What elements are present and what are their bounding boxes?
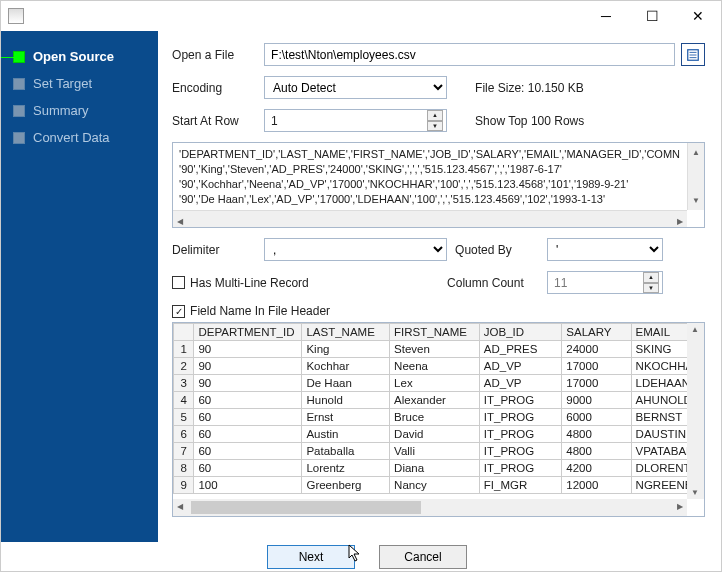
table-cell: 4200	[562, 460, 631, 477]
encoding-label: Encoding	[172, 81, 264, 95]
table-cell: 60	[194, 443, 302, 460]
table-cell: IT_PROG	[479, 460, 562, 477]
table-row[interactable]: 390De HaanLexAD_VP17000LDEHAAN	[174, 375, 704, 392]
column-header[interactable]: DEPARTMENT_ID	[194, 324, 302, 341]
spinner-down-icon[interactable]: ▼	[427, 121, 443, 132]
multiline-label: Has Multi-Line Record	[190, 276, 309, 290]
title-bar: ─ ☐ ✕	[1, 1, 721, 31]
data-grid[interactable]: DEPARTMENT_IDLAST_NAMEFIRST_NAMEJOB_IDSA…	[172, 322, 705, 517]
table-row[interactable]: 190KingStevenAD_PRES24000SKING	[174, 341, 704, 358]
table-cell: 90	[194, 375, 302, 392]
column-header[interactable]: JOB_ID	[479, 324, 562, 341]
table-cell: Neena	[390, 358, 480, 375]
table-row[interactable]: 560ErnstBruceIT_PROG6000BERNST	[174, 409, 704, 426]
preview-line: '90','King','Steven','AD_PRES','24000','…	[179, 162, 698, 177]
table-cell: Lorentz	[302, 460, 390, 477]
minimize-button[interactable]: ─	[583, 1, 629, 31]
table-row[interactable]: 9100GreenbergNancyFI_MGR12000NGREENB	[174, 477, 704, 494]
table-cell: 4800	[562, 443, 631, 460]
table-cell: 60	[194, 392, 302, 409]
table-cell: AD_PRES	[479, 341, 562, 358]
table-cell: David	[390, 426, 480, 443]
table-cell: 17000	[562, 358, 631, 375]
open-file-label: Open a File	[172, 48, 264, 62]
step-label: Set Target	[33, 76, 92, 91]
table-cell: Hunold	[302, 392, 390, 409]
start-row-input[interactable]: 1 ▲▼	[264, 109, 447, 132]
grid-scrollbar-h[interactable]	[173, 499, 687, 516]
step-summary[interactable]: Summary	[1, 97, 158, 124]
cancel-button[interactable]: Cancel	[379, 545, 467, 569]
table-cell: Greenberg	[302, 477, 390, 494]
raw-preview: 'DEPARTMENT_ID','LAST_NAME','FIRST_NAME'…	[172, 142, 705, 228]
app-icon	[8, 8, 24, 24]
browse-button[interactable]	[681, 43, 705, 66]
show-top-text: Show Top 100 Rows	[475, 114, 584, 128]
table-cell: 12000	[562, 477, 631, 494]
file-path-input[interactable]	[264, 43, 675, 66]
step-label: Open Source	[33, 49, 114, 64]
table-cell: 90	[194, 358, 302, 375]
multiline-checkbox[interactable]	[172, 276, 185, 289]
table-cell: 17000	[562, 375, 631, 392]
table-cell: AD_VP	[479, 358, 562, 375]
table-cell: FI_MGR	[479, 477, 562, 494]
table-cell: 6000	[562, 409, 631, 426]
table-row[interactable]: 860LorentzDianaIT_PROG4200DLORENTZ	[174, 460, 704, 477]
table-cell: Kochhar	[302, 358, 390, 375]
fieldname-checkbox[interactable]: ✓	[172, 305, 185, 318]
encoding-combo[interactable]: Auto Detect	[264, 76, 447, 99]
table-cell: 90	[194, 341, 302, 358]
quoted-combo[interactable]: '	[547, 238, 663, 261]
table-cell: Austin	[302, 426, 390, 443]
preview-line: '90','De Haan','Lex','AD_VP','17000','LD…	[179, 192, 698, 207]
table-cell: 100	[194, 477, 302, 494]
step-label: Summary	[33, 103, 89, 118]
spinner-down-icon[interactable]: ▼	[643, 283, 659, 294]
table-row[interactable]: 290KochharNeenaAD_VP17000NKOCHHA	[174, 358, 704, 375]
step-set-target[interactable]: Set Target	[1, 70, 158, 97]
next-button[interactable]: Next	[267, 545, 355, 569]
quoted-label: Quoted By	[455, 243, 547, 257]
close-button[interactable]: ✕	[675, 1, 721, 31]
step-convert-data[interactable]: Convert Data	[1, 124, 158, 151]
column-header[interactable]: SALARY	[562, 324, 631, 341]
table-cell: IT_PROG	[479, 426, 562, 443]
footer: Next Cancel	[1, 542, 721, 572]
table-cell: Pataballa	[302, 443, 390, 460]
table-cell: IT_PROG	[479, 392, 562, 409]
delimiter-label: Delimiter	[172, 243, 264, 257]
content-panel: Open a File Encoding Auto Detect File Si…	[158, 31, 721, 542]
spinner-up-icon[interactable]: ▲	[643, 272, 659, 283]
step-indicator-icon	[13, 51, 25, 63]
preview-scrollbar-h[interactable]	[173, 210, 687, 227]
table-row[interactable]: 760PataballaValliIT_PROG4800VPATABAL	[174, 443, 704, 460]
column-header[interactable]: LAST_NAME	[302, 324, 390, 341]
column-header[interactable]: FIRST_NAME	[390, 324, 480, 341]
step-label: Convert Data	[33, 130, 110, 145]
column-count-input[interactable]: 11 ▲▼	[547, 271, 663, 294]
table-cell: 60	[194, 426, 302, 443]
maximize-button[interactable]: ☐	[629, 1, 675, 31]
table-row[interactable]: 660AustinDavidIT_PROG4800DAUSTIN	[174, 426, 704, 443]
step-open-source[interactable]: Open Source	[1, 43, 158, 70]
spinner-up-icon[interactable]: ▲	[427, 110, 443, 121]
table-cell: 60	[194, 460, 302, 477]
grid-scrollbar-v[interactable]	[687, 323, 704, 499]
preview-line: 'DEPARTMENT_ID','LAST_NAME','FIRST_NAME'…	[179, 147, 698, 162]
table-cell: IT_PROG	[479, 409, 562, 426]
file-open-icon	[686, 48, 700, 62]
table-cell: AD_VP	[479, 375, 562, 392]
delimiter-combo[interactable]: ,	[264, 238, 447, 261]
fieldname-label: Field Name In File Header	[190, 304, 330, 318]
table-cell: Lex	[390, 375, 480, 392]
table-row[interactable]: 460HunoldAlexanderIT_PROG9000AHUNOLD	[174, 392, 704, 409]
table-cell: Alexander	[390, 392, 480, 409]
start-row-label: Start At Row	[172, 114, 264, 128]
preview-scrollbar-v[interactable]	[687, 143, 704, 210]
table-cell: IT_PROG	[479, 443, 562, 460]
table-cell: King	[302, 341, 390, 358]
table-cell: Ernst	[302, 409, 390, 426]
file-size-text: File Size: 10.150 KB	[475, 81, 584, 95]
table-cell: 9000	[562, 392, 631, 409]
